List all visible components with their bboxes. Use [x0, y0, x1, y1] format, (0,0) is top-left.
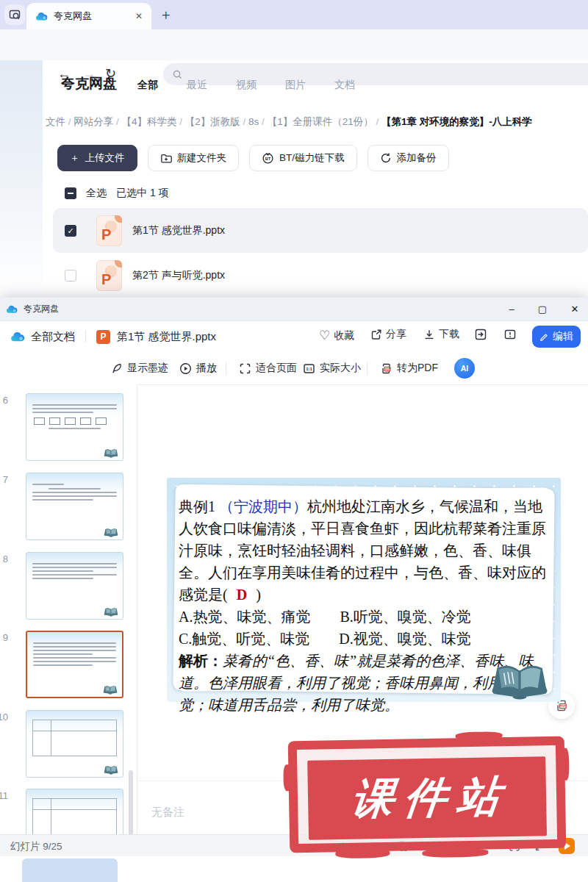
- browser-tab[interactable]: 夸克网盘 ✕: [26, 3, 151, 29]
- open-book-illustration: [103, 527, 119, 537]
- tab-video[interactable]: 视频: [236, 79, 257, 92]
- divider: [367, 362, 368, 375]
- folder-plus-icon: [160, 153, 172, 164]
- viewer-header: 全部文档 P 第1节 感觉世界.pptx: [0, 321, 588, 352]
- slide-thumbnail[interactable]: [26, 631, 123, 698]
- svg-text:1:1: 1:1: [306, 367, 312, 371]
- background-page-fragment: [22, 858, 118, 882]
- to-pdf-label: 转为PDF: [397, 362, 438, 375]
- tab-doc[interactable]: 文档: [334, 79, 355, 92]
- svg-text:PDF: PDF: [560, 704, 567, 708]
- slide-thumbnail[interactable]: [26, 393, 123, 461]
- feedback-button[interactable]: [503, 328, 517, 341]
- download-label: 下载: [439, 328, 459, 341]
- share-button[interactable]: 分享: [370, 328, 406, 341]
- file-name[interactable]: 第2节 声与听觉.pptx: [132, 269, 225, 282]
- upload-button[interactable]: ＋ 上传文件: [57, 145, 137, 171]
- actual-size-label: 实际大小: [320, 362, 361, 375]
- thumbnail-number: 11: [0, 790, 8, 801]
- feedback-icon: [503, 328, 517, 341]
- download-button[interactable]: 下载: [423, 328, 459, 341]
- browser-tab-bar: 夸克网盘 ✕ ＋: [0, 0, 588, 29]
- slide-counter: 幻灯片 9/25: [10, 840, 62, 853]
- stamp-core: 课件站: [307, 756, 547, 840]
- breadcrumb-item[interactable]: 8s: [248, 116, 268, 127]
- show-ink-label: 显示墨迹: [127, 362, 168, 375]
- file-name[interactable]: 第1节 感觉世界.pptx: [132, 224, 225, 237]
- slide-thumbnail[interactable]: [26, 473, 123, 540]
- to-pdf-button[interactable]: PDF 转为PDF: [380, 352, 438, 384]
- pencil-icon: [539, 332, 549, 342]
- actual-size-button[interactable]: 1:1 实际大小: [303, 352, 361, 384]
- file-row[interactable]: P 第2节 声与听觉.pptx: [53, 253, 588, 298]
- plus-icon: ＋: [70, 151, 80, 165]
- thumbnail-number: 8: [0, 553, 8, 564]
- share-icon: [370, 329, 382, 340]
- viewer-title-bar: 夸克网盘 – ▢ ✕: [0, 298, 588, 321]
- page-side-gradient: [0, 60, 43, 298]
- selection-bar: 全选 已选中 1 项: [65, 187, 169, 200]
- window-title: 夸克网盘: [24, 303, 59, 315]
- tab-search-button[interactable]: [4, 4, 25, 25]
- play-label: 播放: [196, 362, 217, 375]
- tab-image[interactable]: 图片: [285, 79, 306, 92]
- exam-source: （宁波期中）: [219, 498, 307, 514]
- stamp-texture: [562, 748, 570, 781]
- upload-label: 上传文件: [85, 151, 125, 165]
- minimize-button[interactable]: –: [497, 298, 526, 321]
- page-title: 夸克网盘: [61, 74, 117, 93]
- select-all-checkbox[interactable]: [65, 187, 76, 199]
- all-docs-nav[interactable]: 全部文档: [31, 330, 75, 344]
- answer-letter: D: [237, 587, 247, 603]
- breadcrumb-item[interactable]: 文件: [46, 116, 74, 127]
- row-checkbox-checked[interactable]: ✓: [65, 225, 76, 237]
- new-folder-label: 新建文件夹: [177, 151, 227, 165]
- slide-thumbnail-panel: 67891011: [0, 384, 137, 834]
- tab-recent[interactable]: 最近: [187, 79, 207, 92]
- new-folder-button[interactable]: 新建文件夹: [148, 145, 240, 171]
- show-ink-button[interactable]: 显示墨迹: [110, 352, 168, 384]
- play-button[interactable]: 播放: [179, 352, 217, 384]
- refresh-circle-icon: [380, 152, 392, 164]
- viewer-toolbar: 显示墨迹 播放 适合页面 1:1 实际: [0, 352, 588, 385]
- stamp-text: 课件站: [341, 768, 513, 828]
- ppt-badge-icon: P: [96, 330, 110, 344]
- pdf-convert-icon: PDF: [380, 362, 392, 375]
- svg-text:BT: BT: [265, 157, 271, 161]
- browser-toolbar: ← → ↻: [0, 29, 588, 60]
- tab-close-icon[interactable]: ✕: [135, 11, 143, 21]
- breadcrumb-item[interactable]: 【1】全册课件（21份）: [268, 116, 381, 127]
- fit-page-button[interactable]: 适合页面: [239, 352, 297, 384]
- answer-close: ): [256, 587, 261, 603]
- tab-all[interactable]: 全部: [137, 79, 158, 92]
- divider: [226, 362, 226, 375]
- open-book-illustration: [102, 684, 118, 695]
- breadcrumb-item[interactable]: 【2】浙教版: [185, 116, 248, 127]
- file-row[interactable]: ✓ P 第1节 感觉世界.pptx: [53, 208, 588, 253]
- quark-logo-icon: [6, 305, 18, 314]
- edit-button[interactable]: 编辑: [532, 326, 581, 348]
- slide-thumbnail[interactable]: [26, 789, 123, 834]
- add-backup-button[interactable]: 添加备份: [368, 145, 449, 171]
- new-tab-button[interactable]: ＋: [159, 5, 173, 24]
- open-book-illustration: [103, 606, 119, 617]
- save-to-drive-button[interactable]: [474, 328, 487, 341]
- transfer-icon: [474, 328, 487, 341]
- fit-page-icon: [239, 362, 251, 375]
- favorite-button[interactable]: ♡ 收藏: [319, 328, 354, 343]
- analysis-text: 菜肴的“色、香、味”就是菜肴的色泽、香味、味道。色泽用眼看，利用了视觉；香味用鼻…: [179, 653, 533, 713]
- pptx-file-icon: P: [96, 215, 122, 246]
- slide-thumbnail[interactable]: [26, 552, 123, 620]
- breadcrumb-item[interactable]: 【4】科学类: [122, 116, 185, 127]
- breadcrumb-item[interactable]: 网站分享: [74, 116, 121, 127]
- stamp-texture: [283, 764, 292, 791]
- add-backup-label: 添加备份: [397, 151, 437, 165]
- close-button[interactable]: ✕: [560, 298, 588, 321]
- row-checkbox-empty[interactable]: [65, 270, 76, 282]
- maximize-button[interactable]: ▢: [528, 298, 557, 321]
- open-book-illustration: [103, 764, 119, 775]
- watermark-stamp: 课件站: [288, 736, 567, 853]
- ai-assistant-button[interactable]: AI: [454, 358, 475, 379]
- bt-magnet-download-button[interactable]: BT BT/磁力链下载: [249, 145, 357, 171]
- slide-thumbnail[interactable]: [26, 710, 123, 778]
